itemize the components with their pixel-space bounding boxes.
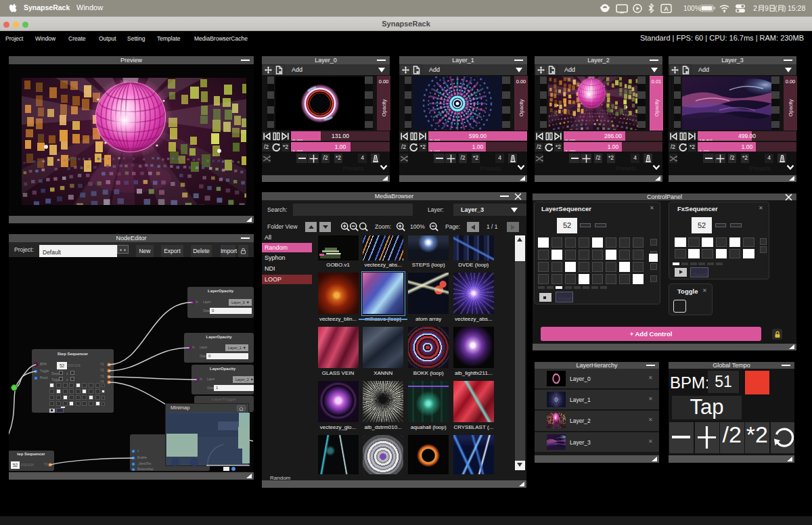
svg-text:100%: 100% (683, 5, 701, 12)
svg-text:A: A (664, 5, 669, 12)
